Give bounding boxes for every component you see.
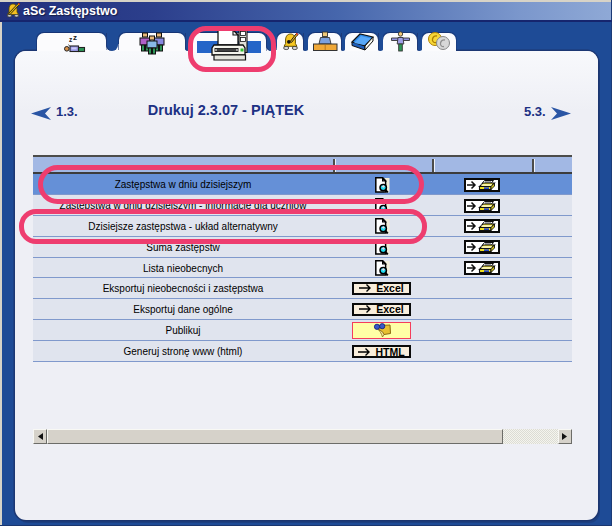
svg-text:z: z	[73, 33, 77, 42]
